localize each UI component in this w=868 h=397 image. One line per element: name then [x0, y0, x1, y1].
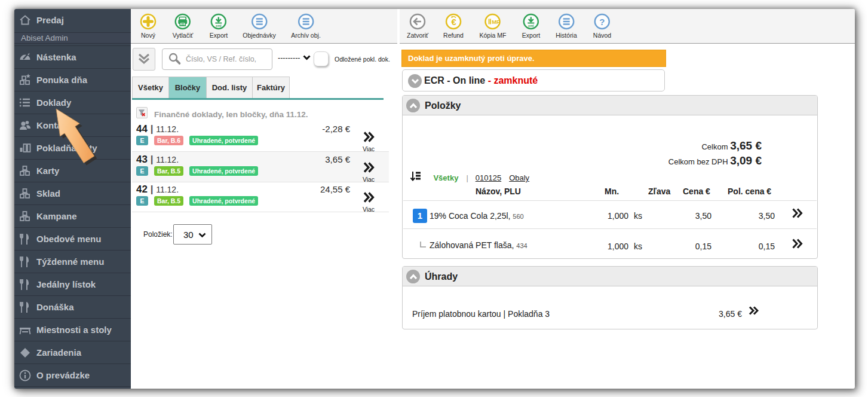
- svg-text:€: €: [451, 17, 456, 27]
- svg-text:xml: xml: [528, 24, 534, 28]
- svg-text:?: ?: [599, 17, 605, 27]
- svg-text:xml: xml: [216, 24, 222, 28]
- svg-text:MF: MF: [492, 19, 501, 25]
